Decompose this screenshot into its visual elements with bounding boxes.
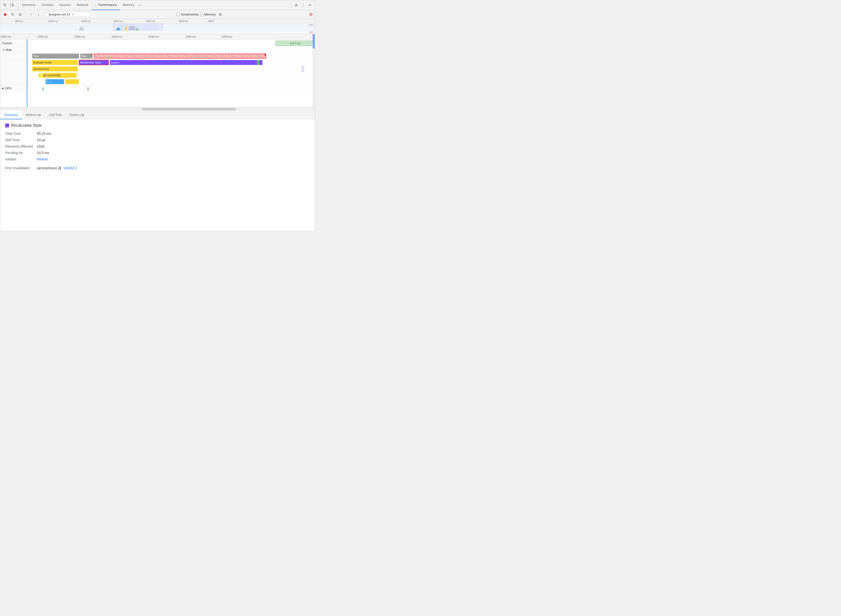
long-task-bar[interactable] xyxy=(94,54,266,59)
clear-button[interactable]: ⊘ xyxy=(17,12,23,18)
frames-row: Frames 116.7 ms xyxy=(0,40,315,47)
target-selector[interactable]: jlwagner.net #1 ▼ xyxy=(47,12,91,17)
pending-for-value: 14.5 ms xyxy=(37,151,310,155)
toolbar-divider-1 xyxy=(25,12,26,17)
memory-checkbox-input[interactable] xyxy=(200,13,203,16)
tab-performance[interactable]: ⚠ Performance xyxy=(91,0,120,10)
tab-memory[interactable]: Memory xyxy=(120,0,137,10)
anonymous-bar[interactable]: (anonymous) xyxy=(32,66,78,71)
record-button[interactable]: ⏺ xyxy=(2,12,8,18)
pl-bar[interactable]: P...L xyxy=(46,79,64,84)
device-toggle-icon[interactable] xyxy=(9,2,15,8)
evaluate-script-bar[interactable]: Evaluate Script xyxy=(32,60,78,65)
recalculate-style-bar[interactable]: Recalculate Style xyxy=(79,60,109,65)
time-label-1950: 1950 ms xyxy=(1,35,11,38)
net-overview: NET xyxy=(0,31,315,33)
reveal-link[interactable]: Reveal xyxy=(37,157,48,161)
summary-grid: Total Time 55.20 ms Self Time 19 μs Elem… xyxy=(5,132,310,170)
tab-event-log[interactable]: Event Log xyxy=(66,110,88,119)
settings-icon[interactable]: ⚙ xyxy=(293,2,299,8)
right-divider xyxy=(291,2,291,8)
anonymous-content: (anonymous) xyxy=(27,66,315,72)
devtools-window: Elements Console Sources Network ⚠ Perfo… xyxy=(0,0,315,231)
first-invalidated-label: First Invalidated xyxy=(5,166,33,170)
main-section-header[interactable]: ▼ Main xyxy=(0,47,315,53)
overview-hatch xyxy=(118,23,158,31)
timeline-overview[interactable]: 500 ms 1000 ms 1500 ms 2000 ms 2500 ms 3… xyxy=(0,19,315,34)
set-innerhtml-bar[interactable]: set innerHTML xyxy=(42,73,76,78)
long-task-indicator xyxy=(91,54,93,56)
timeline-main[interactable]: 1950 ms 2000 ms 2050 ms 2100 ms 2150 ms … xyxy=(0,34,315,107)
tab-console[interactable]: Console xyxy=(38,0,56,10)
time-ruler-label-2200: 2200 ms xyxy=(185,35,196,38)
cpu-spike-1 xyxy=(76,26,87,30)
performance-toolbar: ⏺ ↻ ⊘ ↑ ↓ jlwagner.net #1 ▼ Screenshots … xyxy=(0,10,315,19)
gpu-row[interactable]: ▶ GPU xyxy=(0,85,315,92)
layout-end-purple xyxy=(260,60,261,65)
overview-label-2500: 2500 ms xyxy=(146,20,155,23)
tab-call-tree[interactable]: Call Tree xyxy=(45,110,66,119)
screenshots-checkbox-input[interactable] xyxy=(176,13,180,16)
summary-content: Recalculate Style Total Time 55.20 ms Se… xyxy=(0,119,315,231)
close-icon[interactable]: ✕ xyxy=(307,2,313,8)
subtask-content: Evaluate Script Recalculate Style Layout xyxy=(27,59,315,66)
pl-label xyxy=(0,78,27,85)
overview-label-1000: 1000 ms xyxy=(48,20,57,23)
total-time-label: Total Time xyxy=(5,132,33,136)
tab-more-button[interactable]: » xyxy=(137,0,142,10)
timeline-scrollbar[interactable] xyxy=(0,107,315,110)
overview-label-3000: 3000 ms xyxy=(179,20,188,23)
gpu-tick-2 xyxy=(88,87,88,91)
task-bar-2-short[interactable]: Task xyxy=(80,54,93,59)
svg-rect-3 xyxy=(13,4,14,6)
toolbar-divider-2 xyxy=(44,12,44,17)
initiator-value: Reveal xyxy=(37,157,310,161)
time-label-2100: 2100 ms xyxy=(112,35,122,38)
task-row-1: Task Task xyxy=(0,53,315,59)
time-ruler-label-2250: 2250 ms xyxy=(222,35,232,38)
inspect-element-icon[interactable] xyxy=(2,2,8,8)
more-options-icon[interactable]: ⋮ xyxy=(300,2,306,8)
subtask-label xyxy=(0,59,27,65)
elements-affected-label: Elements Affected xyxy=(5,144,33,148)
tab-bottom-up[interactable]: Bottom-Up xyxy=(22,110,45,119)
main-label[interactable]: ▼ Main xyxy=(0,47,27,53)
main-expand-icon: ▼ xyxy=(2,48,5,51)
layout-bar[interactable]: Layout xyxy=(110,60,262,65)
capture-settings-icon[interactable]: ⚙ xyxy=(309,12,313,17)
memory-checkbox[interactable]: Memory xyxy=(200,13,216,16)
download-button[interactable]: ↓ xyxy=(35,12,41,18)
time-ruler: 1950 ms 2000 ms 2050 ms 2100 ms 2150 ms … xyxy=(0,34,315,40)
self-time-value: 19 μs xyxy=(37,138,310,142)
tab-bar-icons xyxy=(2,2,15,8)
gpu-content xyxy=(27,85,315,92)
tab-summary[interactable]: Summary xyxy=(0,110,22,119)
tab-right-icons: ⚙ ⋮ ✕ xyxy=(290,2,313,8)
total-time-value: 55.20 ms xyxy=(37,132,310,136)
tab-network[interactable]: Network xyxy=(74,0,91,10)
frame-block[interactable]: 116.7 ms xyxy=(275,41,315,46)
tab-elements[interactable]: Elements xyxy=(19,0,38,10)
timeline-vertical-scrollbar[interactable] xyxy=(312,34,315,107)
overview-label-1500: 1500 ms xyxy=(81,20,90,23)
overview-label-2000: 2000 ms xyxy=(113,20,123,23)
task-bar-1[interactable]: Task xyxy=(32,54,79,59)
svg-rect-2 xyxy=(10,3,13,6)
cpu-label: CPU xyxy=(309,24,314,26)
svg-point-1 xyxy=(4,4,6,6)
subtask-row: Evaluate Script Recalculate Style Layout xyxy=(0,59,315,66)
long-task-corner xyxy=(264,54,266,56)
tab-sources[interactable]: Sources xyxy=(56,0,74,10)
delete-button[interactable]: 🗑 xyxy=(218,12,223,18)
timeline-vscroll-thumb[interactable] xyxy=(313,34,315,49)
task-row-1-content: Task Task xyxy=(27,53,315,59)
timeline-content: Frames 116.7 ms ▼ Main Task xyxy=(0,40,315,107)
upload-button[interactable]: ↑ xyxy=(28,12,34,18)
reload-button[interactable]: ↻ xyxy=(10,12,16,18)
task-row-1-label xyxy=(0,53,27,59)
timeline-scroll-thumb[interactable] xyxy=(142,108,236,110)
gpu-label[interactable]: ▶ GPU xyxy=(0,85,27,91)
vm262-link[interactable]: VM262:1 xyxy=(63,166,77,170)
set-innerhtml-content: set innerHTML xyxy=(27,72,315,78)
screenshots-checkbox[interactable]: Screenshots xyxy=(176,13,198,16)
